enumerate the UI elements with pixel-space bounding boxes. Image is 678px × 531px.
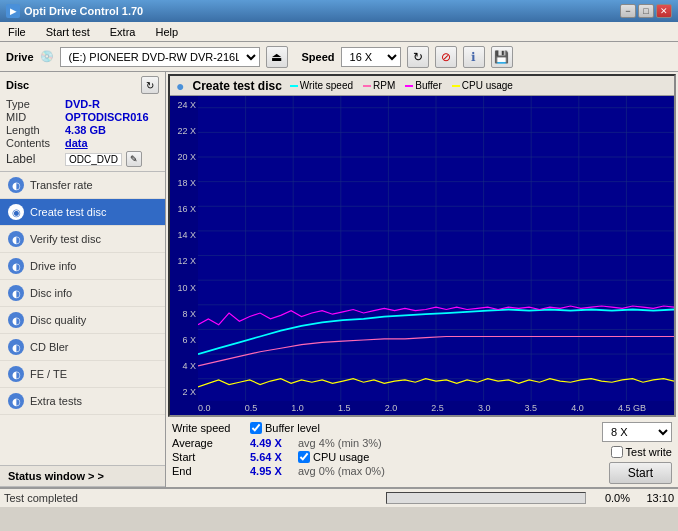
test-write-checkbox[interactable] [611, 446, 623, 458]
disc-type-val: DVD-R [65, 98, 100, 110]
y-label-22: 22 X [172, 126, 196, 136]
save-button[interactable]: 💾 [491, 46, 513, 68]
chart-svg [198, 96, 674, 401]
average-label: Average [172, 437, 242, 449]
drive-select[interactable]: (E:) PIONEER DVD-RW DVR-216L 1.10 [60, 47, 260, 67]
menu-file[interactable]: File [4, 25, 30, 39]
x-label-3: 3.0 [478, 403, 491, 413]
y-label-4: 4 X [172, 361, 196, 371]
legend-label-rpm: RPM [373, 80, 395, 91]
y-label-20: 20 X [172, 152, 196, 162]
disc-length-val: 4.38 GB [65, 124, 106, 136]
nav-label-cd-bler: CD Bler [30, 341, 69, 353]
disc-type-key: Type [6, 98, 61, 110]
buffer-level-label: Buffer level [265, 422, 320, 434]
nav-icon-disc-quality: ◐ [8, 312, 24, 328]
disc-panel-title: Disc [6, 79, 29, 91]
legend-dot-buffer [405, 85, 413, 87]
buffer-level-checkbox-label[interactable]: Buffer level [250, 422, 320, 434]
x-label-4: 4.0 [571, 403, 584, 413]
legend-dot-cpu [452, 85, 460, 87]
end-value: 4.95 X [250, 465, 290, 477]
x-label-25: 2.5 [431, 403, 444, 413]
disc-refresh-button[interactable]: ↻ [141, 76, 159, 94]
test-write-checkbox-label[interactable]: Test write [611, 446, 672, 458]
nav-label-disc-info: Disc info [30, 287, 72, 299]
nav-item-verify-test-disc[interactable]: ◐ Verify test disc [0, 226, 165, 253]
status-pct: 0.0% [590, 492, 630, 504]
status-window-button[interactable]: Status window > > [0, 466, 165, 487]
disc-contents-key: Contents [6, 137, 61, 149]
nav-item-create-test-disc[interactable]: ◉ Create test disc [0, 199, 165, 226]
chart-canvas-area [198, 96, 674, 401]
disc-panel-header: Disc ↻ [6, 76, 159, 94]
menu-extra[interactable]: Extra [106, 25, 140, 39]
menu-start-test[interactable]: Start test [42, 25, 94, 39]
sidebar: Disc ↻ Type DVD-R MID OPTODISCR016 Lengt… [0, 72, 166, 487]
average-value: 4.49 X [250, 437, 290, 449]
disc-label-val: ODC_DVD [65, 153, 122, 166]
x-label-0: 0.0 [198, 403, 211, 413]
title-bar-buttons: − □ ✕ [620, 4, 672, 18]
disc-length-row: Length 4.38 GB [6, 124, 159, 136]
chart-title: Create test disc [192, 79, 281, 93]
nav-icon-disc-info: ◐ [8, 285, 24, 301]
write-speed-label: Write speed [172, 422, 242, 434]
y-label-8: 8 X [172, 309, 196, 319]
main-content: ● Create test disc Write speed RPM Buffe… [166, 72, 678, 487]
nav-item-disc-quality[interactable]: ◐ Disc quality [0, 307, 165, 334]
info-button[interactable]: ℹ [463, 46, 485, 68]
write-speed-select[interactable]: 8 X [602, 422, 672, 442]
x-label-2: 2.0 [385, 403, 398, 413]
status-time: 13:10 [634, 492, 674, 504]
disc-mid-row: MID OPTODISCR016 [6, 111, 159, 123]
controls-row-1: Write speed Buffer level [172, 422, 542, 434]
controls-row-average: Average 4.49 X avg 4% (min 3%) [172, 437, 542, 449]
label-edit-button[interactable]: ✎ [126, 151, 142, 167]
erase-button[interactable]: ⊘ [435, 46, 457, 68]
end-label: End [172, 465, 242, 477]
menu-help[interactable]: Help [151, 25, 182, 39]
legend-label-write-speed: Write speed [300, 80, 353, 91]
y-label-12: 12 X [172, 256, 196, 266]
disc-type-row: Type DVD-R [6, 98, 159, 110]
controls-left: Write speed Buffer level Average 4.49 X … [172, 422, 542, 484]
maximize-button[interactable]: □ [638, 4, 654, 18]
start-button[interactable]: Start [609, 462, 672, 484]
nav-label-extra-tests: Extra tests [30, 395, 82, 407]
app-icon: ▶ [6, 4, 20, 18]
status-bar: Test completed 0.0% 13:10 [0, 487, 678, 507]
controls-right: 8 X Test write Start [542, 422, 672, 484]
title-bar: ▶ Opti Drive Control 1.70 − □ ✕ [0, 0, 678, 22]
nav-item-cd-bler[interactable]: ◐ CD Bler [0, 334, 165, 361]
speed-select[interactable]: 16 X [341, 47, 401, 67]
nav-label-fe-te: FE / TE [30, 368, 67, 380]
close-button[interactable]: ✕ [656, 4, 672, 18]
nav-icon-drive-info: ◐ [8, 258, 24, 274]
test-write-label: Test write [626, 446, 672, 458]
status-text: Test completed [4, 492, 382, 504]
cpu-usage-checkbox[interactable] [298, 451, 310, 463]
disc-mid-key: MID [6, 111, 61, 123]
nav-item-drive-info[interactable]: ◐ Drive info [0, 253, 165, 280]
disc-contents-val[interactable]: data [65, 137, 88, 149]
buffer-level-checkbox[interactable] [250, 422, 262, 434]
disc-contents-row: Contents data [6, 137, 159, 149]
cpu-usage-checkbox-label[interactable]: CPU usage [298, 451, 369, 463]
nav-item-disc-info[interactable]: ◐ Disc info [0, 280, 165, 307]
disc-label-row: Label ODC_DVD ✎ [6, 151, 159, 167]
chart-y-axis: 24 X 22 X 20 X 18 X 16 X 14 X 12 X 10 X … [170, 96, 198, 401]
refresh-button[interactable]: ↻ [407, 46, 429, 68]
status-window-label: Status window > > [8, 470, 104, 482]
legend-cpu-usage: CPU usage [452, 80, 513, 91]
minimize-button[interactable]: − [620, 4, 636, 18]
nav-item-transfer-rate[interactable]: ◐ Transfer rate [0, 172, 165, 199]
nav-icon-create-test-disc: ◉ [8, 204, 24, 220]
nav-item-fe-te[interactable]: ◐ FE / TE [0, 361, 165, 388]
drive-bar: Drive 💿 (E:) PIONEER DVD-RW DVR-216L 1.1… [0, 42, 678, 72]
x-label-05: 0.5 [245, 403, 258, 413]
drive-eject-button[interactable]: ⏏ [266, 46, 288, 68]
nav-item-extra-tests[interactable]: ◐ Extra tests [0, 388, 165, 415]
y-label-6: 6 X [172, 335, 196, 345]
legend-write-speed: Write speed [290, 80, 353, 91]
